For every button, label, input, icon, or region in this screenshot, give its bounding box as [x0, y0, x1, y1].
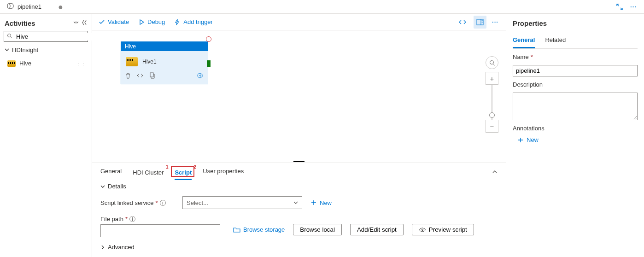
browse-local-button[interactable]: Browse local	[293, 224, 342, 235]
description-input[interactable]	[513, 93, 638, 120]
details-label: Details	[108, 183, 126, 190]
file-path-input[interactable]	[100, 224, 220, 237]
preview-script-button[interactable]: Preview script	[412, 224, 474, 235]
svg-point-8	[490, 60, 493, 64]
badge-2: 2	[194, 164, 197, 169]
tab-general[interactable]: General	[100, 168, 122, 177]
file-path-label: File path * i	[100, 216, 174, 222]
activities-panel: Activities	[0, 14, 92, 257]
new-annotation-label: New	[527, 136, 539, 143]
collapse-panel-icon[interactable]	[492, 169, 498, 176]
activity-item-hive[interactable]: Hive ⋮⋮	[4, 58, 88, 69]
zoom-in-button[interactable]: +	[486, 72, 498, 85]
svg-point-0	[7, 4, 10, 8]
description-label: Description	[513, 81, 638, 88]
browse-storage-label: Browse storage	[243, 226, 285, 233]
add-edit-script-button[interactable]: Add/Edit script	[350, 224, 404, 235]
chevron-down-icon	[5, 47, 9, 53]
properties-toggle-button[interactable]	[474, 16, 486, 29]
properties-panel: Properties General Related Name* Descrip…	[506, 14, 644, 257]
properties-tab-related[interactable]: Related	[545, 34, 566, 48]
properties-tab-general[interactable]: General	[513, 34, 535, 48]
zoom-fit-button[interactable]	[486, 56, 498, 69]
output-port[interactable]	[207, 60, 211, 67]
zoom-slider[interactable]	[492, 85, 492, 120]
more-icon[interactable]: ···	[629, 3, 638, 11]
expand-all-icon[interactable]	[73, 20, 79, 27]
node-type: Hive	[121, 42, 208, 51]
details-section-header[interactable]: Details	[100, 183, 498, 190]
annotations-label: Annotations	[513, 125, 638, 132]
tab-user-properties[interactable]: User properties	[203, 168, 244, 177]
svg-point-1	[8, 34, 11, 37]
add-trigger-button[interactable]: Add trigger	[174, 18, 213, 25]
code-icon[interactable]	[137, 72, 143, 80]
activity-settings-panel: General HDI Cluster 1 Script 2 User prop…	[92, 163, 506, 257]
output-icon[interactable]	[197, 72, 204, 80]
copy-icon[interactable]	[149, 72, 155, 80]
activities-heading: Activities	[5, 19, 35, 27]
zoom-thumb[interactable]	[489, 112, 495, 118]
hive-icon	[7, 60, 16, 67]
properties-heading: Properties	[513, 19, 638, 27]
advanced-section-header[interactable]: Advanced	[100, 244, 498, 251]
tab-hdi-cluster[interactable]: HDI Cluster	[133, 169, 164, 179]
name-label: Name*	[513, 53, 638, 60]
add-trigger-label: Add trigger	[183, 18, 213, 25]
info-icon[interactable]: i	[129, 216, 135, 222]
badge-1: 1	[166, 164, 169, 169]
activities-search[interactable]	[4, 31, 88, 42]
pipeline-toolbar: Validate Debug Add trigger	[92, 14, 506, 30]
tab-title: pipeline1	[18, 3, 41, 10]
activity-item-label: Hive	[19, 60, 31, 67]
group-label: HDInsight	[12, 47, 38, 53]
new-annotation-button[interactable]: New	[517, 136, 638, 143]
tab-highlight	[171, 166, 194, 177]
new-linked-service-button[interactable]: New	[310, 199, 332, 206]
activities-search-input[interactable]	[15, 33, 94, 41]
linked-service-label: Script linked service * i	[100, 199, 174, 206]
info-icon[interactable]: i	[160, 200, 166, 206]
pipeline-tab[interactable]: pipeline1 ●	[2, 0, 68, 13]
editor-tab-bar: pipeline1 ● ···	[0, 0, 644, 14]
debug-label: Debug	[147, 18, 165, 25]
delete-icon[interactable]	[125, 72, 131, 80]
dirty-indicator: ●	[58, 3, 63, 11]
select-placeholder: Select...	[187, 199, 208, 206]
zoom-out-button[interactable]: −	[486, 120, 498, 133]
linked-service-select[interactable]: Select...	[182, 196, 302, 209]
toolbar-more-icon[interactable]: ···	[491, 18, 499, 26]
svg-point-9	[422, 229, 423, 230]
name-input[interactable]	[513, 65, 638, 76]
hive-icon	[126, 57, 138, 66]
activity-node-hive[interactable]: Hive Hive1	[121, 41, 208, 84]
drag-handle-icon[interactable]: ⋮⋮	[76, 61, 86, 66]
debug-button[interactable]: Debug	[138, 18, 165, 25]
validate-button[interactable]: Validate	[99, 18, 129, 25]
zoom-control: + −	[486, 56, 498, 133]
svg-rect-6	[150, 73, 153, 77]
search-icon	[7, 33, 12, 40]
new-label: New	[320, 199, 332, 206]
advanced-label: Advanced	[108, 244, 135, 251]
validate-label: Validate	[108, 18, 129, 25]
code-view-button[interactable]	[456, 16, 469, 29]
preview-label: Preview script	[429, 226, 467, 233]
collapse-panel-icon[interactable]	[82, 20, 87, 27]
node-name: Hive1	[142, 58, 157, 65]
activity-group-hdinsight[interactable]: HDInsight	[4, 45, 88, 55]
pipeline-icon	[6, 3, 15, 11]
pipeline-canvas[interactable]: Hive Hive1	[92, 30, 506, 160]
expand-icon[interactable]	[615, 3, 624, 11]
node-status-indicator	[206, 36, 211, 42]
browse-storage-button[interactable]: Browse storage	[233, 226, 285, 233]
